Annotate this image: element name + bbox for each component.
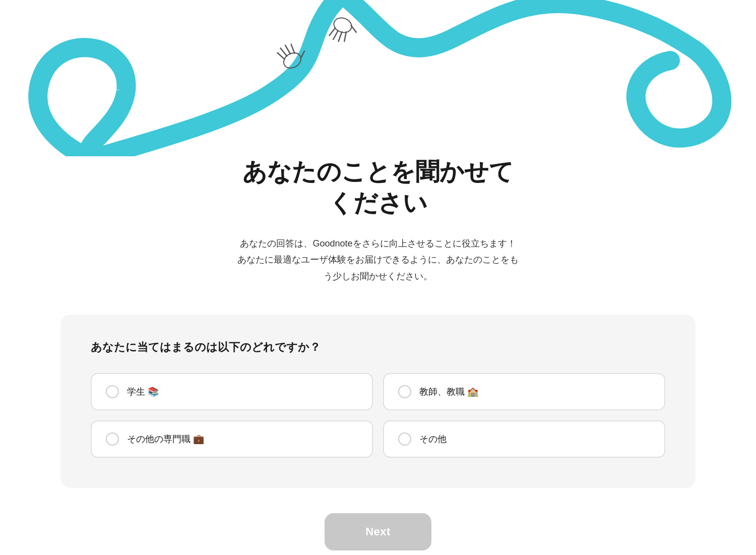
radio-other[interactable] [398,433,411,446]
option-student-label: 学生 📚 [127,386,159,398]
option-other[interactable]: その他 [383,420,665,458]
next-button-wrap: Next [325,513,431,550]
option-teacher[interactable]: 教師、教職 🏫 [383,373,665,410]
survey-question: あなたに当てはまるのは以下のどれですか？ [91,340,665,355]
svg-line-8 [333,30,338,40]
svg-line-4 [290,44,296,53]
main-content: あなたのことを聞かせてください あなたの回答は、Goodnoteをさらに向上させ… [0,156,756,550]
radio-student[interactable] [106,385,119,398]
svg-line-10 [343,32,347,41]
radio-professional[interactable] [106,433,119,446]
ribbon-illustration [0,0,756,156]
option-other-label: その他 [419,433,447,445]
survey-card: あなたに当てはまるのは以下のどれですか？ 学生 📚 教師、教職 🏫 その他の専門… [60,315,696,488]
svg-line-2 [281,47,287,57]
page-title: あなたのことを聞かせてください [242,156,514,219]
radio-teacher[interactable] [398,385,411,398]
svg-line-9 [339,32,342,41]
next-button[interactable]: Next [325,513,431,550]
option-student[interactable]: 学生 📚 [91,373,373,410]
option-teacher-label: 教師、教職 🏫 [419,386,478,398]
svg-point-6 [332,16,353,35]
svg-line-7 [330,27,336,36]
options-grid: 学生 📚 教師、教職 🏫 その他の専門職 💼 その他 [91,373,665,458]
page-description: あなたの回答は、Goodnoteをさらに向上させることに役立ちます！あなたに最適… [237,235,519,284]
option-professional[interactable]: その他の専門職 💼 [91,420,373,458]
option-professional-label: その他の専門職 💼 [127,433,204,445]
svg-line-3 [285,45,290,54]
